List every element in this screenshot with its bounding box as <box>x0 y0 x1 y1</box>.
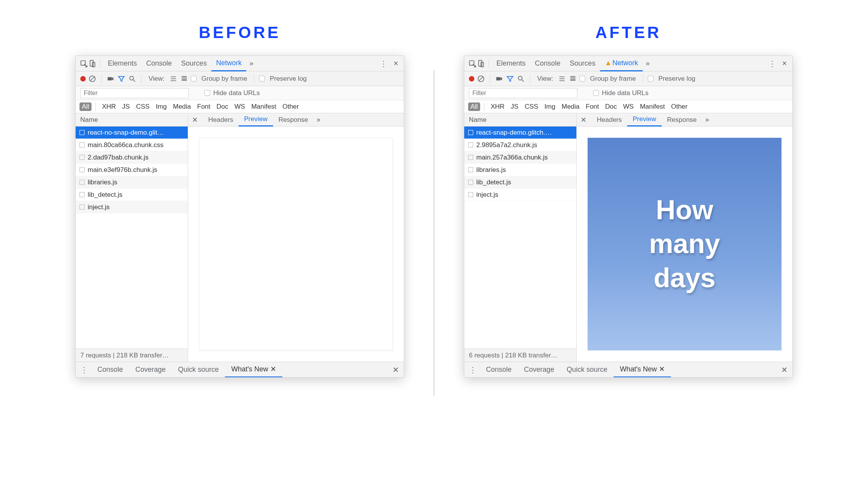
drawer-tab-whatsnew[interactable]: What's New ✕ <box>614 362 671 378</box>
tabs-more-icon[interactable]: » <box>643 59 653 68</box>
name-column-header[interactable]: Name <box>464 113 576 127</box>
search-icon[interactable] <box>517 75 525 83</box>
resp-tab-headers[interactable]: Headers <box>203 113 239 127</box>
drawer-tab-quicksource[interactable]: Quick source <box>560 362 614 378</box>
name-column-header[interactable]: Name <box>76 113 188 127</box>
resp-tab-preview[interactable]: Preview <box>239 113 273 127</box>
filter-icon[interactable] <box>506 75 514 83</box>
view-large-icon[interactable] <box>558 75 566 83</box>
drawer-tab-quicksource[interactable]: Quick source <box>172 362 225 378</box>
request-row[interactable]: lib_detect.js <box>464 176 576 189</box>
request-row[interactable]: lib_detect.js <box>76 189 188 201</box>
camera-icon[interactable] <box>106 75 115 83</box>
cat-img[interactable]: Img <box>154 102 169 111</box>
kebab-menu-icon[interactable]: ⋮ <box>379 59 387 68</box>
view-large-icon[interactable] <box>169 75 178 83</box>
request-row[interactable]: 2.9895a7a2.chunk.js <box>464 139 576 151</box>
record-icon[interactable] <box>469 76 474 82</box>
cat-manifest[interactable]: Manifest <box>638 102 667 111</box>
hide-data-urls-checkbox[interactable] <box>593 90 599 96</box>
tab-network[interactable]: Network <box>211 56 246 71</box>
view-small-icon[interactable] <box>180 75 188 83</box>
inspect-icon[interactable] <box>468 59 477 68</box>
close-devtools-icon[interactable]: ✕ <box>780 59 788 68</box>
tab-elements[interactable]: Elements <box>492 56 530 71</box>
drawer-menu-icon[interactable]: ⋮ <box>469 365 476 375</box>
inspect-icon[interactable] <box>80 59 88 68</box>
group-by-frame-checkbox[interactable] <box>579 76 585 82</box>
cat-media[interactable]: Media <box>559 102 582 111</box>
request-row[interactable]: main.257a366a.chunk.js <box>464 151 576 164</box>
resp-tab-response[interactable]: Response <box>273 113 314 127</box>
request-row[interactable]: react-snap-demo.glitch.… <box>464 127 576 139</box>
view-small-icon[interactable] <box>569 75 577 83</box>
device-toggle-icon[interactable] <box>88 59 97 68</box>
preserve-log-checkbox[interactable] <box>259 76 265 82</box>
tab-console[interactable]: Console <box>142 56 176 71</box>
cat-all[interactable]: All <box>468 102 480 111</box>
cat-font[interactable]: Font <box>583 102 601 111</box>
cat-js[interactable]: JS <box>508 102 521 111</box>
cat-xhr[interactable]: XHR <box>488 102 507 111</box>
search-icon[interactable] <box>128 75 137 83</box>
cat-ws[interactable]: WS <box>232 102 247 111</box>
camera-icon[interactable] <box>495 75 503 83</box>
close-details-icon[interactable]: ✕ <box>191 116 198 124</box>
group-by-frame-checkbox[interactable] <box>191 76 197 82</box>
hero-line3: days <box>654 261 716 295</box>
record-icon[interactable] <box>80 76 86 82</box>
tab-network[interactable]: ▲Network <box>600 56 643 71</box>
request-row[interactable]: main.80ca66ca.chunk.css <box>76 139 188 151</box>
drawer-tab-console[interactable]: Console <box>480 362 518 378</box>
cat-doc[interactable]: Doc <box>214 102 230 111</box>
kebab-menu-icon[interactable]: ⋮ <box>768 59 776 68</box>
cat-media[interactable]: Media <box>171 102 193 111</box>
cat-js[interactable]: JS <box>120 102 132 111</box>
resp-tab-headers[interactable]: Headers <box>591 113 627 127</box>
tab-elements[interactable]: Elements <box>103 56 142 71</box>
clear-icon[interactable] <box>88 75 97 83</box>
drawer-tab-console[interactable]: Console <box>91 362 129 378</box>
cat-other[interactable]: Other <box>669 102 690 111</box>
preserve-log-checkbox[interactable] <box>648 76 654 82</box>
tab-console[interactable]: Console <box>530 56 565 71</box>
cat-all[interactable]: All <box>80 102 92 111</box>
cat-manifest[interactable]: Manifest <box>249 102 278 111</box>
drawer-tab-whatsnew[interactable]: What's New ✕ <box>225 362 282 378</box>
drawer-close-icon[interactable]: ✕ <box>393 365 399 375</box>
request-row[interactable]: libraries.js <box>76 176 188 189</box>
resp-tabs-more-icon[interactable]: » <box>313 116 323 124</box>
cat-ws[interactable]: WS <box>621 102 636 111</box>
cat-img[interactable]: Img <box>542 102 558 111</box>
cat-xhr[interactable]: XHR <box>100 102 118 111</box>
tab-sources[interactable]: Sources <box>176 56 211 71</box>
hide-data-urls-checkbox[interactable] <box>204 90 210 96</box>
request-row[interactable]: main.e3ef976b.chunk.js <box>76 164 188 176</box>
resp-tab-response[interactable]: Response <box>662 113 702 127</box>
drawer-tab-coverage[interactable]: Coverage <box>129 362 172 378</box>
request-row[interactable]: inject.js <box>76 201 188 213</box>
filter-input[interactable] <box>80 88 189 98</box>
drawer-menu-icon[interactable]: ⋮ <box>80 365 87 375</box>
filter-input[interactable] <box>469 88 578 98</box>
resp-tabs-more-icon[interactable]: » <box>702 116 712 124</box>
tab-sources[interactable]: Sources <box>565 56 600 71</box>
cat-doc[interactable]: Doc <box>603 102 619 111</box>
close-devtools-icon[interactable]: ✕ <box>391 59 400 68</box>
tabs-more-icon[interactable]: » <box>246 59 256 68</box>
filter-icon[interactable] <box>117 75 126 83</box>
cat-css[interactable]: CSS <box>522 102 541 111</box>
request-row[interactable]: inject.js <box>464 189 576 201</box>
close-details-icon[interactable]: ✕ <box>580 116 587 124</box>
cat-css[interactable]: CSS <box>134 102 152 111</box>
request-row[interactable]: libraries.js <box>464 164 576 176</box>
drawer-close-icon[interactable]: ✕ <box>781 365 788 375</box>
clear-icon[interactable] <box>477 75 485 83</box>
cat-other[interactable]: Other <box>280 102 301 111</box>
request-row[interactable]: react-no-snap-demo.glit… <box>76 127 188 139</box>
device-toggle-icon[interactable] <box>477 59 485 68</box>
request-row[interactable]: 2.dad97bab.chunk.js <box>76 151 188 164</box>
cat-font[interactable]: Font <box>195 102 213 111</box>
resp-tab-preview[interactable]: Preview <box>627 113 661 127</box>
drawer-tab-coverage[interactable]: Coverage <box>518 362 560 378</box>
